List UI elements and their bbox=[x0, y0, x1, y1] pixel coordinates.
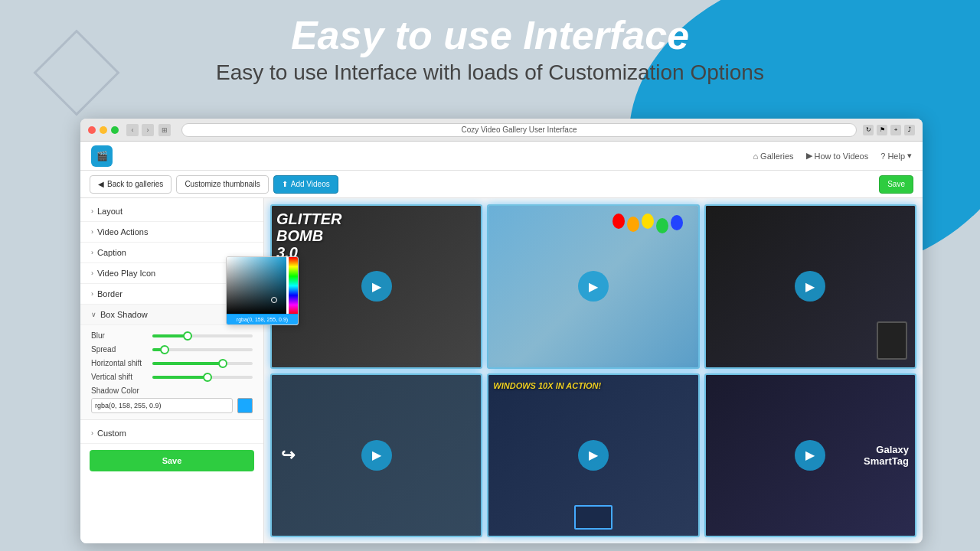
chevron-right-icon: › bbox=[91, 429, 93, 437]
nav-how-to-videos[interactable]: ▶ How to Videos bbox=[806, 151, 869, 161]
galleries-icon: ⌂ bbox=[753, 152, 758, 161]
play-button-4[interactable]: ▶ bbox=[361, 440, 392, 471]
horizontal-shift-row: Horizontal shift bbox=[91, 359, 253, 367]
app-header: 🎬 ⌂ Galleries ▶ How to Videos ? Help ▾ bbox=[80, 142, 923, 171]
video-thumb-2[interactable]: ▶ bbox=[487, 204, 699, 369]
reload-btn[interactable]: ↻ bbox=[863, 125, 874, 135]
color-preview-bar: rgba(0, 158, 255, 0.9) bbox=[227, 314, 264, 324]
h-shift-label: Horizontal shift bbox=[91, 359, 152, 367]
add-videos-button[interactable]: ⬆ Add Videos bbox=[273, 175, 338, 194]
video-thumb-1[interactable]: ▶ GLITTERBOMB3.0 bbox=[270, 204, 482, 369]
custom-label: Custom bbox=[97, 429, 126, 438]
sidebar-item-layout[interactable]: › Layout bbox=[80, 201, 263, 222]
more-btn[interactable]: + bbox=[890, 125, 901, 135]
vertical-shift-row: Vertical shift bbox=[91, 373, 253, 381]
color-picker-popup: rgba(0, 158, 255, 0.9) bbox=[226, 256, 264, 325]
balloons-decoration bbox=[612, 214, 683, 233]
heading-area: Easy to use Interface Easy to use Interf… bbox=[0, 14, 980, 85]
play-button-2[interactable]: ▶ bbox=[578, 271, 609, 302]
back-to-galleries-button[interactable]: ◀ Back to galleries bbox=[90, 175, 172, 194]
how-to-label: How to Videos bbox=[815, 152, 869, 161]
chevron-down-icon: ▾ bbox=[907, 151, 912, 161]
heading-white-text: Interface bbox=[523, 13, 689, 57]
nav-help[interactable]: ? Help ▾ bbox=[880, 151, 912, 161]
shadow-color-input[interactable] bbox=[91, 398, 233, 413]
play-button-1[interactable]: ▶ bbox=[361, 271, 392, 302]
video-bg-4: ▶ ↪ bbox=[272, 375, 481, 536]
share-btn[interactable]: ⤴ bbox=[904, 125, 915, 135]
v-shift-slider[interactable] bbox=[152, 376, 253, 379]
play-button-6[interactable]: ▶ bbox=[795, 440, 825, 471]
play-button-3[interactable]: ▶ bbox=[795, 271, 825, 302]
app-toolbar: ◀ Back to galleries Customize thumbnails… bbox=[80, 171, 923, 198]
back-nav-btn[interactable]: ‹ bbox=[126, 124, 139, 136]
video-title-1: GLITTERBOMB3.0 bbox=[276, 210, 342, 261]
color-preview-text: rgba(0, 158, 255, 0.9) bbox=[237, 317, 264, 322]
help-icon: ? bbox=[880, 152, 885, 161]
sidebar-save-button[interactable]: Save bbox=[90, 450, 254, 471]
address-bar-text: Cozy Video Gallery User Interface bbox=[462, 126, 577, 134]
customize-thumbnails-button[interactable]: Customize thumbnails bbox=[176, 175, 268, 194]
close-traffic-light[interactable] bbox=[88, 126, 96, 134]
spread-slider[interactable] bbox=[152, 348, 253, 351]
back-icon: ◀ bbox=[98, 180, 104, 188]
video-bg-1: ▶ GLITTERBOMB3.0 bbox=[272, 206, 481, 367]
save-button[interactable]: Save bbox=[879, 175, 913, 194]
video-bg-6: ▶ GalaxySmartTag bbox=[706, 375, 915, 536]
chevron-right-icon: › bbox=[91, 249, 93, 256]
main-content: › Layout › Video Actions › Caption › Vid… bbox=[80, 198, 923, 543]
video-icon: ▶ bbox=[806, 151, 812, 161]
v-shift-thumb[interactable] bbox=[203, 373, 212, 382]
video-thumb-5[interactable]: ▶ WINDOWS 10X IN ACTION! bbox=[487, 373, 699, 538]
box-shadow-panel: Blur Spread bbox=[80, 325, 263, 420]
play-button-5[interactable]: ▶ bbox=[578, 440, 609, 471]
h-shift-slider[interactable] bbox=[152, 362, 253, 365]
arrow-decoration: ↪ bbox=[281, 445, 295, 465]
traffic-lights bbox=[88, 126, 119, 134]
sidebar-item-video-actions[interactable]: › Video Actions bbox=[80, 222, 263, 243]
color-gradient[interactable] bbox=[227, 257, 264, 315]
border-label: Border bbox=[97, 289, 122, 298]
v-shift-fill bbox=[152, 376, 207, 379]
video-actions-label: Video Actions bbox=[97, 227, 148, 236]
help-label: Help bbox=[887, 152, 905, 161]
customize-label: Customize thumbnails bbox=[185, 180, 260, 188]
h-shift-thumb[interactable] bbox=[218, 359, 227, 368]
video-thumb-4[interactable]: ▶ ↪ bbox=[270, 373, 482, 538]
video-bg-5: ▶ WINDOWS 10X IN ACTION! bbox=[488, 375, 697, 536]
blur-label: Blur bbox=[91, 331, 152, 340]
back-label: Back to galleries bbox=[107, 180, 163, 188]
blur-slider[interactable] bbox=[152, 334, 253, 337]
video-thumb-3[interactable]: ▶ bbox=[704, 204, 916, 369]
forward-nav-btn[interactable]: › bbox=[142, 124, 154, 136]
bookmark-btn[interactable]: ⚑ bbox=[877, 125, 887, 135]
minimize-traffic-light[interactable] bbox=[100, 126, 107, 134]
spread-row: Spread bbox=[91, 345, 253, 354]
box-shadow-label: Box Shadow bbox=[100, 310, 148, 319]
logo-icon: 🎬 bbox=[96, 151, 108, 161]
add-videos-label: Add Videos bbox=[291, 180, 330, 188]
app-logo: 🎬 bbox=[91, 145, 113, 167]
shadow-color-row bbox=[91, 398, 253, 413]
caption-label: Caption bbox=[97, 248, 126, 257]
tablet-decoration bbox=[877, 321, 907, 360]
nav-galleries[interactable]: ⌂ Galleries bbox=[753, 151, 793, 161]
sidebar-save-label: Save bbox=[162, 456, 182, 465]
save-label: Save bbox=[887, 180, 905, 188]
v-shift-label: Vertical shift bbox=[91, 373, 152, 381]
blur-thumb[interactable] bbox=[183, 331, 192, 341]
sidebar-toggle-btn[interactable]: ⊞ bbox=[158, 124, 171, 136]
browser-right-icons: ↻ ⚑ + ⤴ bbox=[863, 125, 915, 135]
color-swatch[interactable] bbox=[237, 398, 253, 413]
video-title-6: GalaxySmartTag bbox=[864, 444, 909, 467]
h-shift-fill bbox=[152, 362, 223, 365]
sidebar: › Layout › Video Actions › Caption › Vid… bbox=[80, 198, 264, 543]
address-bar[interactable]: Cozy Video Gallery User Interface bbox=[181, 123, 857, 137]
video-thumb-6[interactable]: ▶ GalaxySmartTag bbox=[704, 373, 916, 538]
browser-content: 🎬 ⌂ Galleries ▶ How to Videos ? Help ▾ bbox=[80, 142, 923, 543]
header-nav: ⌂ Galleries ▶ How to Videos ? Help ▾ bbox=[753, 151, 912, 161]
maximize-traffic-light[interactable] bbox=[111, 126, 119, 134]
browser-window: ‹ › ⊞ Cozy Video Gallery User Interface … bbox=[80, 119, 923, 543]
spread-thumb[interactable] bbox=[160, 345, 169, 354]
sidebar-item-custom[interactable]: › Custom bbox=[80, 423, 263, 444]
